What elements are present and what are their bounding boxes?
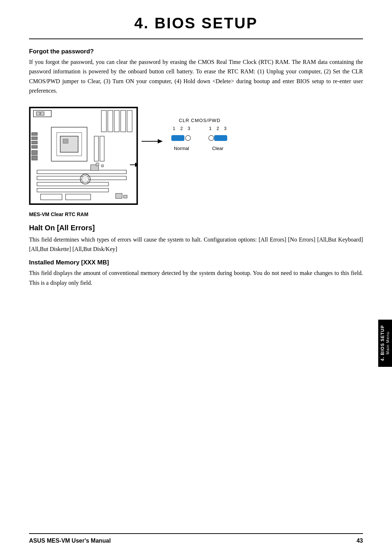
page-container: 4. BIOS SETUP Forgot the password? If yo… [0, 0, 392, 555]
svg-rect-20 [32, 133, 37, 135]
svg-rect-29 [123, 195, 127, 198]
clear-pin-numbers: 1 2 3 [209, 126, 226, 131]
normal-label: Normal [174, 146, 189, 151]
svg-point-41 [185, 135, 191, 141]
svg-rect-30 [96, 163, 99, 166]
svg-rect-25 [32, 156, 37, 160]
arrow-svg [142, 136, 163, 147]
installed-memory-body: This field displays the amount of conven… [29, 268, 363, 288]
svg-rect-31 [101, 165, 103, 167]
installed-memory-heading: Installed Memory [XXX MB] [29, 259, 363, 266]
svg-point-39 [172, 135, 177, 141]
svg-rect-24 [32, 150, 37, 155]
jumper-diagram: CLR CMOS/PWD 1 2 3 [171, 118, 229, 151]
svg-rect-12 [63, 139, 68, 143]
forgot-password-heading: Forgot the password? [29, 48, 363, 55]
side-tab-chapter: 4. BIOS SETUP [380, 325, 385, 361]
side-tab-text: 4. BIOS SETUP Main Menu [380, 325, 391, 361]
clr-cmos-label: CLR CMOS/PWD [171, 118, 229, 123]
halt-on-heading: Halt On [All Errors] [29, 224, 363, 232]
motherboard-svg [30, 108, 137, 204]
svg-marker-37 [158, 139, 163, 143]
svg-rect-3 [41, 112, 44, 115]
title-rule [29, 39, 363, 39]
side-tab: 4. BIOS SETUP Main Menu [378, 320, 392, 367]
halt-on-body: This field determines which types of err… [29, 235, 363, 254]
normal-pin-numbers: 1 2 3 [173, 126, 190, 131]
svg-point-40 [179, 135, 184, 141]
page-title: 4. BIOS SETUP [29, 15, 363, 32]
svg-point-44 [215, 135, 220, 141]
svg-point-27 [82, 175, 89, 183]
svg-rect-2 [36, 112, 40, 115]
clear-label: Clear [212, 146, 223, 151]
clear-config: 1 2 3 Clear [207, 126, 229, 151]
svg-rect-21 [32, 137, 37, 139]
footer-page-number: 43 [356, 538, 363, 544]
jumper-configs: 1 2 3 Normal [171, 126, 229, 151]
svg-point-45 [222, 135, 227, 141]
svg-point-42 [209, 135, 214, 141]
footer-manual-title: ASUS MES-VM User's Manual [29, 538, 111, 544]
svg-rect-28 [116, 193, 122, 198]
motherboard-diagram [29, 107, 138, 205]
normal-config: 1 2 3 Normal [171, 126, 192, 151]
svg-rect-23 [32, 145, 37, 148]
forgot-password-body: If you forgot the password, you can clea… [29, 57, 363, 96]
diagram-area: CLR CMOS/PWD 1 2 3 [29, 107, 363, 205]
normal-pins-svg [171, 133, 192, 143]
page-footer: ASUS MES-VM User's Manual 43 [29, 533, 363, 544]
svg-rect-22 [32, 141, 37, 144]
side-tab-section: Main Menu [385, 332, 390, 355]
clear-pins-svg [207, 133, 229, 143]
diagram-caption: MES-VM Clear RTC RAM [29, 211, 363, 217]
svg-rect-11 [60, 136, 78, 152]
arrow-area [138, 136, 167, 147]
